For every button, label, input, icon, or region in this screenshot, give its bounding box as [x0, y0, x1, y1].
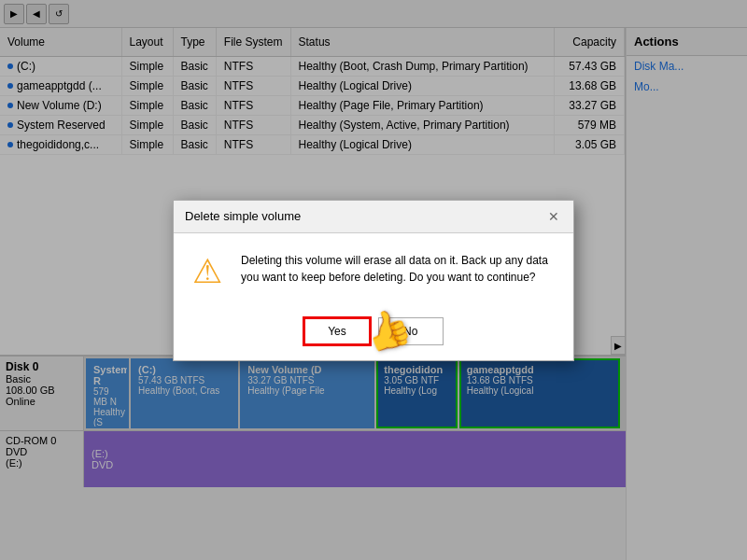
modal-overlay: Delete simple volume ✕ ⚠ Deleting this v… [0, 0, 747, 560]
modal-title-bar: Delete simple volume ✕ [174, 201, 573, 233]
modal-message: Deleting this volume will erase all data… [241, 252, 558, 286]
modal-title: Delete simple volume [185, 209, 301, 223]
modal-body: ⚠ Deleting this volume will erase all da… [174, 233, 573, 306]
modal-buttons: Yes No [174, 306, 573, 360]
modal-close-button[interactable]: ✕ [545, 208, 562, 225]
yes-button[interactable]: Yes [303, 317, 371, 345]
delete-volume-modal: Delete simple volume ✕ ⚠ Deleting this v… [173, 200, 574, 361]
warning-icon: ⚠ [189, 252, 226, 291]
no-button[interactable]: No [378, 317, 444, 345]
